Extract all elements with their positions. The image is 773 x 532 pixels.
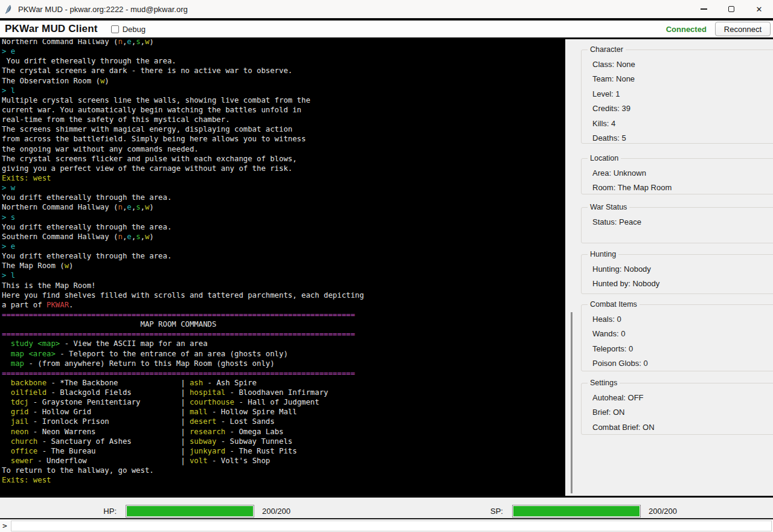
terminal-line: The Map Room (w) <box>2 261 364 271</box>
terminal-line: You drift ethereally through the area. <box>2 56 364 66</box>
stat-row: Level: 1 <box>582 86 773 101</box>
panel-title: War Status <box>588 203 629 211</box>
panel-title: Hunting <box>588 250 618 258</box>
terminal-line: Here you find shelves filled with scroll… <box>2 290 364 300</box>
terminal-line: neon - Neon Warrens | research - Omega L… <box>2 427 364 437</box>
terminal-line: Northern Command Hallway (n,e,s,w) <box>2 202 364 212</box>
terminal-line: The screens shimmer with magical energy,… <box>2 124 364 134</box>
stat-row: Hunting: Nobody <box>582 261 773 277</box>
hp-label: HP: <box>60 505 117 518</box>
stat-row: Hunted by: Nobody <box>582 277 773 292</box>
panel-location: LocationArea: UnknownRoom: The Map Room <box>581 158 773 194</box>
app-title: PKWar MUD Client <box>5 23 98 35</box>
stat-row: Status: Peace <box>582 214 773 229</box>
terminal-line: ========================================… <box>2 329 364 339</box>
stat-row: Area: Unknown <box>582 165 773 181</box>
stat-row: Brief: ON <box>582 405 773 420</box>
terminal-line: To return to the hallway, go west. <box>2 466 364 475</box>
window-title: PKWar MUD - pkwar.org:2222 - mud@pkwar.o… <box>18 5 188 14</box>
python-feather-icon <box>4 4 13 14</box>
hp-value: 200/200 <box>262 505 290 518</box>
terminal-line: > l <box>2 86 364 95</box>
terminal-line: backbone - *The Backbone | ash - Ash Spi… <box>2 378 364 388</box>
reconnect-button[interactable]: Reconnect <box>715 22 771 36</box>
terminal-line: study <map> - View the ASCII map for an … <box>2 339 364 348</box>
maximize-icon <box>728 6 734 12</box>
maximize-button[interactable] <box>717 0 745 18</box>
terminal-line: You drift ethereally through the area. <box>2 193 364 202</box>
terminal-line: The crystal screens are dark - there is … <box>2 66 364 75</box>
terminal-scrollbar[interactable] <box>565 39 579 496</box>
terminal-line: church - Sanctuary of Ashes | subway - S… <box>2 437 364 446</box>
terminal-line: Exits: west <box>2 173 364 183</box>
terminal-line: current war. You automatically begin wat… <box>2 105 364 115</box>
terminal-line: grid - Hollow Grid | mall - Hollow Spire… <box>2 407 364 417</box>
titlebar: PKWar MUD - pkwar.org:2222 - mud@pkwar.o… <box>0 0 773 18</box>
terminal-line: Multiple crystal screens line the walls,… <box>2 95 364 105</box>
terminal-line: map - (from anywhere) Return to this Map… <box>2 359 364 368</box>
terminal-line: from across the battlefield. Simply bein… <box>2 134 364 144</box>
terminal-line: The Observation Room (w) <box>2 76 364 86</box>
sp-progress-fill <box>513 506 640 516</box>
stat-row: Combat Brief: ON <box>582 420 773 435</box>
close-icon: ✕ <box>756 5 763 14</box>
minimize-icon <box>701 8 707 9</box>
main-content: Northern Command Hallway (n,e,s,w)> e Yo… <box>0 39 773 496</box>
panel-title: Combat Items <box>588 300 640 309</box>
terminal-line: Exits: west <box>2 475 364 485</box>
stat-row: Autoheal: OFF <box>582 390 773 405</box>
status-bar-row: HP: 200/200 SP: 200/200 <box>0 498 773 518</box>
stat-row: Poison Globs: 0 <box>582 356 773 371</box>
panel-war-status: War StatusStatus: Peace <box>581 207 773 243</box>
stat-row: Kills: 4 <box>582 116 773 131</box>
panel-title: Location <box>588 154 621 162</box>
stat-row: Teleports: 0 <box>582 341 773 356</box>
terminal-line: You drift ethereally through the area. <box>2 222 364 232</box>
terminal-line: giving you a perfect view of the carnage… <box>2 164 364 173</box>
terminal-line: This is the Map Room! <box>2 281 364 290</box>
terminal-line: ========================================… <box>2 310 364 319</box>
terminal-line: > w <box>2 183 364 193</box>
stat-row: Team: None <box>582 72 773 87</box>
terminal-output: Northern Command Hallway (n,e,s,w)> e Yo… <box>0 39 565 496</box>
panel-character: CharacterClass: NoneTeam: NoneLevel: 1Cr… <box>581 50 773 144</box>
terminal-line: map <area> - Teleport to the entrance of… <box>2 349 364 359</box>
stat-row: Heals: 0 <box>582 312 773 327</box>
hp-progress-bar <box>126 505 254 518</box>
panel-title: Character <box>588 45 626 54</box>
panel-settings: SettingsAutoheal: OFFBrief: ONCombat Bri… <box>581 383 773 435</box>
terminal-line: MAP ROOM COMMANDS <box>2 319 364 329</box>
terminal-scrollbar-thumb[interactable] <box>571 312 573 493</box>
prompt-character: > <box>2 521 7 530</box>
terminal-line: oilfield - Blackgold Fields | hospital -… <box>2 388 364 397</box>
terminal-line: Southern Command Hallway (n,e,s,w) <box>2 232 364 242</box>
terminal-line: > e <box>2 242 364 251</box>
app-window: PKWar MUD - pkwar.org:2222 - mud@pkwar.o… <box>0 0 773 532</box>
terminal-line: the ongoing war without any commands nee… <box>2 144 364 154</box>
sp-progress-bar <box>512 505 641 518</box>
stat-row: Room: The Map Room <box>582 181 773 196</box>
terminal-line: > l <box>2 271 364 280</box>
command-input-row: > <box>0 519 773 532</box>
terminal-line: You drift ethereally through the area. <box>2 251 364 261</box>
debug-checkbox[interactable] <box>111 25 119 33</box>
terminal-line: office - The Bureau | junkyard - The Rus… <box>2 446 364 456</box>
stat-row: Class: None <box>582 57 773 72</box>
terminal-line: real-time from the safety of this mystic… <box>2 115 364 124</box>
stat-row: Credits: 39 <box>582 101 773 117</box>
command-input[interactable] <box>11 521 772 531</box>
debug-toggle[interactable]: Debug <box>111 25 146 34</box>
connection-status: Connected <box>666 25 707 34</box>
sp-value: 200/200 <box>649 505 677 518</box>
close-button[interactable]: ✕ <box>745 0 773 18</box>
debug-label: Debug <box>123 25 146 34</box>
panel-combat-items: Combat ItemsHeals: 0Wands: 0Teleports: 0… <box>581 304 773 371</box>
terminal-line: tdcj - Graystone Penitentiary | courthou… <box>2 397 364 407</box>
terminal-line: a part of PKWAR. <box>2 300 364 310</box>
stat-row: Deaths: 5 <box>582 131 773 146</box>
terminal-line: The crystal screens flicker and pulse wi… <box>2 154 364 164</box>
panel-title: Settings <box>588 379 620 387</box>
hp-progress-fill <box>127 506 253 516</box>
minimize-button[interactable] <box>690 0 717 18</box>
stat-row: Wands: 0 <box>582 327 773 342</box>
